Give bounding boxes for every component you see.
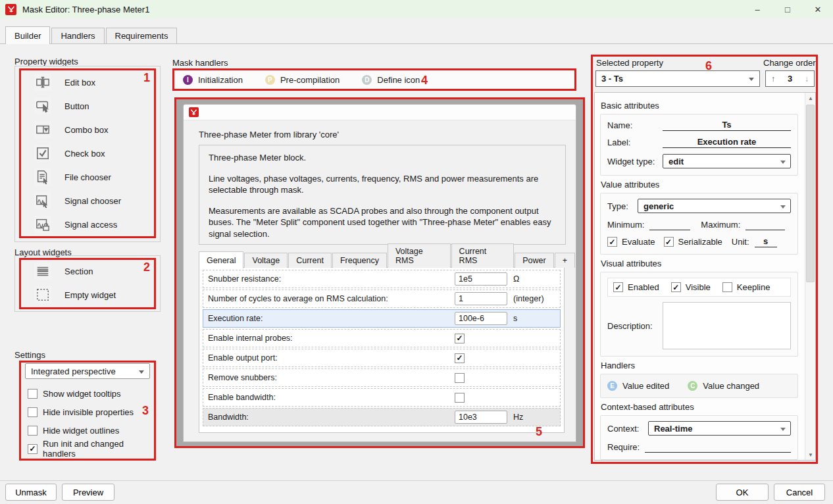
checkbox-hide-invisible-properties[interactable]: Hide invisible properties [21, 403, 154, 421]
annotation-badge-5: 5 [536, 425, 542, 439]
checkbox-icon [28, 426, 38, 436]
name-field[interactable]: Ts [663, 120, 791, 131]
tab-handlers[interactable]: Handlers [51, 28, 104, 43]
context-label: Context: [607, 424, 648, 434]
combo-box-icon [34, 121, 51, 138]
maximum-field[interactable] [745, 219, 785, 230]
annotation-badge-3: 3 [142, 404, 149, 418]
preview-button[interactable]: Preview [62, 484, 114, 501]
preview-tab-frequency[interactable]: Frequency [332, 253, 387, 268]
widget-item-label: Check box [64, 149, 105, 159]
widget-item-edit-box[interactable]: Edit box [21, 70, 154, 94]
scroll-up-icon[interactable]: ▲ [805, 93, 816, 103]
preview-tab-add[interactable]: + [555, 253, 575, 268]
widget-item-section[interactable]: Section [21, 259, 154, 283]
enabled-checkbox[interactable] [613, 282, 623, 292]
ok-button[interactable]: OK [716, 484, 769, 501]
cancel-button[interactable]: Cancel [774, 484, 825, 501]
chevron-down-icon [780, 428, 786, 431]
empty-widget-icon [34, 286, 51, 303]
remove-snubbers-checkbox[interactable] [455, 373, 465, 383]
description-textarea[interactable] [663, 302, 791, 349]
handler-initialization[interactable]: I Initialization [183, 75, 243, 85]
require-field[interactable] [645, 441, 791, 453]
preview-form: Snubber resistance: 1e5Ω Number of cycle… [199, 267, 565, 433]
inspector-scrollbar[interactable]: ▲ ▼ [805, 93, 815, 460]
button-icon [34, 97, 51, 114]
visual-attributes-title: Visual attributes [601, 259, 798, 268]
minimize-button[interactable]: – [742, 0, 772, 18]
visible-checkbox[interactable] [671, 282, 681, 292]
bandwidth-input[interactable]: 10e3 [455, 411, 507, 424]
maximum-label: Maximum: [701, 220, 740, 230]
preview-header: Three-phase Meter from library 'core' [199, 130, 576, 139]
change-order-value: 3 [788, 74, 792, 84]
rms-cycles-input[interactable]: 1 [455, 292, 507, 305]
type-label: Type: [607, 201, 638, 211]
row-label: Bandwidth: [203, 413, 455, 422]
preview-tab-strip: General Voltage Current Frequency Voltag… [199, 251, 576, 268]
perspective-select[interactable]: Integrated perspective [25, 363, 150, 379]
close-button[interactable]: ✕ [803, 0, 833, 18]
widget-item-label: Empty widget [64, 290, 116, 300]
value-changed-handler[interactable]: C Value changed [688, 381, 759, 391]
context-select[interactable]: Real-time [648, 421, 791, 436]
checkbox-show-widget-tooltips[interactable]: Show widget tooltips [21, 384, 154, 403]
widget-item-signal-access[interactable]: Signal access [21, 213, 154, 236]
order-up-icon[interactable]: ↑ [771, 74, 775, 84]
handler-define-icon[interactable]: D Define icon [362, 75, 420, 85]
unmask-button[interactable]: Unmask [5, 484, 57, 501]
basic-attributes-group: Name: Ts Label: Execution rate Widget ty… [600, 114, 798, 176]
keepline-checkbox[interactable] [722, 282, 732, 292]
serializable-label: Serializable [678, 237, 722, 247]
handler-label: Initialization [198, 75, 243, 85]
snubber-resistance-input[interactable]: 1e5 [455, 272, 507, 286]
preview-tab-current-rms[interactable]: Current RMS [451, 243, 515, 268]
preview-description: Three-phase Meter block. Line voltages, … [199, 145, 566, 245]
enable-internal-probes-checkbox[interactable] [455, 334, 465, 343]
keepline-label: Keepline [737, 282, 770, 292]
evaluate-checkbox[interactable] [607, 237, 617, 247]
enable-output-port-checkbox[interactable] [455, 353, 465, 363]
handler-pre-compilation[interactable]: P Pre-compilation [265, 75, 340, 85]
type-select[interactable]: generic [638, 199, 791, 213]
preview-tab-current[interactable]: Current [288, 253, 332, 268]
tab-requirements[interactable]: Requirements [106, 28, 178, 43]
checkbox-label: Hide invisible properties [43, 407, 134, 417]
scrollbar-thumb[interactable] [806, 105, 815, 282]
widget-item-signal-chooser[interactable]: Signal chooser [21, 189, 154, 213]
checkbox-hide-widget-outlines[interactable]: Hide widget outlines [21, 421, 154, 440]
widget-item-button[interactable]: Button [21, 94, 154, 118]
form-row-bandwidth: Bandwidth: 10e3Hz [203, 408, 561, 426]
preview-tab-general[interactable]: General [199, 251, 243, 268]
description-paragraph: Line voltages, phase voltages, currents,… [209, 173, 556, 196]
minimum-field[interactable] [649, 219, 690, 230]
value-attributes-group: Type: generic Minimum: Maximum: Evaluate… [600, 193, 798, 255]
widget-item-file-chooser[interactable]: File chooser [21, 165, 154, 189]
preview-tab-voltage[interactable]: Voltage [244, 253, 288, 268]
settings-title: Settings [14, 350, 45, 360]
widget-item-check-box[interactable]: Check box [21, 141, 154, 165]
visual-flags-box: Enabled Visible Keepline [607, 278, 791, 297]
execution-rate-input[interactable]: 100e-6 [455, 312, 507, 325]
selected-property-select[interactable]: 3 - Ts [595, 70, 760, 87]
widget-item-label: Signal access [64, 220, 117, 230]
preview-tab-power[interactable]: Power [515, 253, 553, 268]
widget-item-combo-box[interactable]: Combo box [21, 118, 154, 141]
unit-field[interactable]: s [755, 236, 777, 247]
serializable-checkbox[interactable] [664, 237, 674, 247]
widget-item-empty-widget[interactable]: Empty widget [21, 283, 154, 307]
tab-builder[interactable]: Builder [5, 26, 50, 44]
change-order-spinner[interactable]: ↑ 3 ↓ [765, 70, 815, 87]
checkbox-run-init-handlers[interactable]: Run init and changed handlers [21, 440, 154, 458]
scroll-down-icon[interactable]: ▼ [805, 449, 816, 460]
maximize-button[interactable]: □ [772, 0, 803, 18]
value-edited-handler[interactable]: E Value edited [607, 381, 669, 391]
widget-type-select[interactable]: edit [663, 154, 791, 168]
label-field[interactable]: Execution rate [663, 137, 791, 148]
property-widgets-title: Property widgets [14, 57, 78, 66]
order-down-icon[interactable]: ↓ [805, 74, 809, 84]
preview-window-titlebar [184, 105, 576, 120]
enable-bandwidth-checkbox[interactable] [455, 393, 465, 403]
preview-tab-voltage-rms[interactable]: Voltage RMS [388, 243, 451, 268]
